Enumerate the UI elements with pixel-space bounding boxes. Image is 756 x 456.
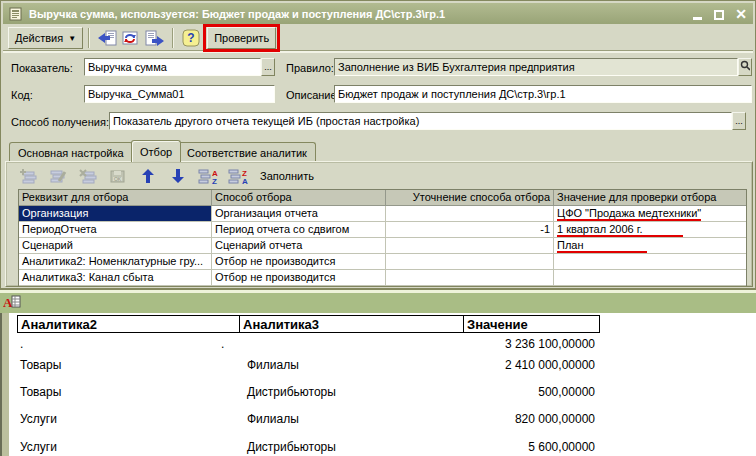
result-table-value: 2 410 000,00000 bbox=[420, 358, 595, 374]
chevron-down-icon: ▼ bbox=[68, 34, 76, 43]
filter-table-cell[interactable]: 1 квартал 2006 г. bbox=[554, 222, 746, 237]
result-table-cell: Услуги bbox=[20, 412, 215, 428]
result-table-value: 3 236 100,00000 bbox=[420, 337, 595, 353]
filter-table-row[interactable]: Аналитика3: Канал сбытаОтбор не производ… bbox=[19, 270, 746, 286]
refresh-values-icon[interactable] bbox=[119, 27, 143, 49]
pokazatel-input[interactable] bbox=[84, 58, 261, 76]
result-pane: Аналитика2 Аналитика3 Значение ..3 236 1… bbox=[0, 313, 756, 456]
opisanie-label: Описание: bbox=[286, 89, 340, 101]
filter-table-row[interactable]: ОрганизацияОрганизация отчетаЦФО "Продаж… bbox=[19, 206, 746, 222]
pravilo-open-button[interactable] bbox=[738, 58, 752, 76]
sort-asc-icon[interactable]: AZ bbox=[196, 165, 220, 187]
sposob-select-button[interactable]: ... bbox=[732, 112, 746, 130]
filter-table-cell[interactable] bbox=[386, 254, 554, 269]
check-button[interactable]: Проверить bbox=[207, 27, 276, 49]
minimize-icon[interactable] bbox=[691, 8, 703, 20]
filter-table-cell[interactable]: План bbox=[554, 238, 746, 253]
result-table-value: 5 600,00000 bbox=[420, 440, 595, 456]
kod-label: Код: bbox=[11, 89, 33, 101]
filter-table-row[interactable]: Аналитика2: Номенклатурные гру...Отбор н… bbox=[19, 254, 746, 270]
column-header[interactable]: Значение для проверки отбора bbox=[554, 190, 746, 205]
filter-toolbar: OK AZ ZA Заполнить bbox=[16, 165, 314, 187]
filter-table-cell[interactable] bbox=[554, 254, 746, 269]
column-header[interactable]: Реквизит для отбора bbox=[19, 190, 212, 205]
pane-left-edge bbox=[0, 313, 9, 456]
column-header[interactable]: Уточнение способа отбора bbox=[386, 190, 554, 205]
actions-menu-button[interactable]: Действия▼ bbox=[8, 27, 83, 49]
tab-otbor[interactable]: Отбор bbox=[131, 140, 181, 162]
filter-table-cell[interactable]: Период отчета со сдвигом bbox=[212, 222, 386, 237]
sposob-input[interactable] bbox=[109, 112, 732, 130]
filter-table-row[interactable]: ПериодОтчетаПериод отчета со сдвигом-11 … bbox=[19, 222, 746, 238]
result-table-cell: Филиалы bbox=[247, 358, 417, 374]
magnifier-icon bbox=[740, 60, 750, 71]
filter-table-cell[interactable] bbox=[554, 270, 746, 285]
window-title: Выручка сумма, используется: Бюджет прод… bbox=[29, 8, 445, 20]
filter-table-cell[interactable]: Отбор не производится bbox=[212, 254, 386, 269]
result-table-cell: Товары bbox=[20, 358, 215, 374]
result-table-value: 500,00000 bbox=[420, 385, 595, 401]
filter-table-header: Реквизит для отбора Способ отбора Уточне… bbox=[19, 190, 746, 206]
write-icon[interactable] bbox=[143, 27, 167, 49]
spreadsheet-document-icon: А bbox=[3, 294, 21, 312]
sposob-label: Способ получения: bbox=[11, 116, 109, 128]
filter-table-cell[interactable]: Аналитика2: Номенклатурные гру... bbox=[19, 254, 212, 269]
screen: Выручка сумма, используется: Бюджет прод… bbox=[0, 0, 756, 456]
tab-sootvetstvie-analitik[interactable]: Соответствие аналитик bbox=[178, 142, 316, 162]
maximize-icon[interactable] bbox=[713, 8, 725, 20]
filter-table-cell[interactable] bbox=[386, 270, 554, 285]
filter-table: Реквизит для отбора Способ отбора Уточне… bbox=[18, 189, 747, 286]
finish-edit-icon[interactable]: OK bbox=[106, 165, 130, 187]
result-table-cell: Товары bbox=[20, 385, 215, 401]
help-icon[interactable]: ? bbox=[179, 27, 203, 49]
pokazatel-select-button[interactable]: ... bbox=[261, 58, 275, 76]
filter-table-cell[interactable]: Организация отчета bbox=[212, 206, 386, 221]
form-document-icon bbox=[9, 7, 23, 21]
filter-table-cell[interactable]: Отбор не производится bbox=[212, 270, 386, 285]
filter-table-cell[interactable] bbox=[386, 238, 554, 253]
add-row-icon[interactable] bbox=[16, 165, 40, 187]
sort-desc-icon[interactable]: ZA bbox=[226, 165, 250, 187]
result-table-cell: . bbox=[20, 337, 215, 353]
tab-osnovnaya-nastroyka[interactable]: Основная настройка bbox=[9, 142, 133, 162]
reread-icon[interactable] bbox=[95, 27, 119, 49]
column-header[interactable]: Способ отбора bbox=[212, 190, 386, 205]
filter-table-cell[interactable]: ПериодОтчета bbox=[19, 222, 212, 237]
close-icon[interactable]: ✕ bbox=[735, 8, 747, 20]
fill-button[interactable]: Заполнить bbox=[260, 170, 314, 182]
result-column-header: Аналитика2 bbox=[17, 315, 240, 333]
toolbar-separator bbox=[88, 28, 90, 48]
filter-table-cell[interactable]: Организация bbox=[19, 206, 212, 221]
delete-row-icon[interactable] bbox=[76, 165, 100, 187]
kod-input[interactable] bbox=[84, 85, 275, 103]
filter-table-row[interactable]: СценарийСценарий отчетаПлан bbox=[19, 238, 746, 254]
result-column-header: Значение bbox=[464, 315, 600, 333]
filter-table-cell[interactable] bbox=[386, 206, 554, 221]
move-down-icon[interactable] bbox=[166, 165, 190, 187]
filter-table-cell[interactable]: -1 bbox=[386, 222, 554, 237]
filter-table-cell[interactable]: Сценарий отчета bbox=[212, 238, 386, 253]
result-table-cell: Филиалы bbox=[247, 412, 417, 428]
filter-table-cell[interactable]: ЦФО "Продажа медтехники" bbox=[554, 206, 746, 221]
pravilo-label: Правило: bbox=[286, 62, 334, 74]
result-table-cell: Услуги bbox=[20, 440, 215, 456]
annotation-underline: План bbox=[557, 239, 647, 253]
pravilo-input[interactable] bbox=[334, 58, 738, 76]
result-column-header: Аналитика3 bbox=[240, 315, 464, 333]
dialog-window: Выручка сумма, используется: Бюджет прод… bbox=[0, 0, 756, 290]
filter-table-cell[interactable]: Аналитика3: Канал сбыта bbox=[19, 270, 212, 285]
annotation-underline: ЦФО "Продажа медтехники" bbox=[557, 207, 701, 221]
result-table-cell: Дистрибьюторы bbox=[247, 385, 417, 401]
otbor-tab-panel: OK AZ ZA Заполнить Реквизит для отб bbox=[5, 161, 753, 287]
main-toolbar: Действия▼ ? Проверить bbox=[3, 25, 753, 52]
svg-text:A: A bbox=[242, 177, 248, 184]
opisanie-input[interactable] bbox=[334, 85, 752, 103]
edit-row-icon[interactable] bbox=[46, 165, 70, 187]
result-table-value: 820 000,00000 bbox=[420, 412, 595, 428]
title-bar[interactable]: Выручка сумма, используется: Бюджет прод… bbox=[3, 3, 753, 24]
result-pane-header-band bbox=[0, 293, 756, 313]
annotation-underline: 1 квартал 2006 г. bbox=[557, 223, 683, 237]
filter-table-cell[interactable]: Сценарий bbox=[19, 238, 212, 253]
svg-text:?: ? bbox=[187, 31, 194, 45]
move-up-icon[interactable] bbox=[136, 165, 160, 187]
